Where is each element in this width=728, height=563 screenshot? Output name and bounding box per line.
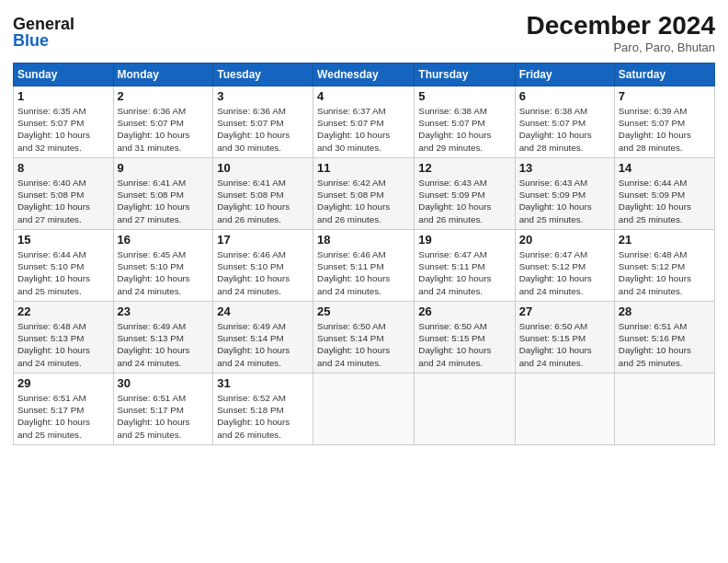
table-cell: 22Sunrise: 6:48 AMSunset: 5:13 PMDayligh… xyxy=(14,302,114,373)
table-cell: 3Sunrise: 6:36 AMSunset: 5:07 PMDaylight… xyxy=(213,86,313,158)
day-number: 25 xyxy=(317,304,410,318)
table-cell: 11Sunrise: 6:42 AMSunset: 5:08 PMDayligh… xyxy=(313,158,415,230)
day-info: Sunrise: 6:38 AMSunset: 5:07 PMDaylight:… xyxy=(519,105,610,154)
month-title: December 2024 xyxy=(527,11,715,40)
table-cell: 12Sunrise: 6:43 AMSunset: 5:09 PMDayligh… xyxy=(415,158,515,230)
table-cell: 10Sunrise: 6:41 AMSunset: 5:08 PMDayligh… xyxy=(213,158,313,230)
day-number: 18 xyxy=(317,233,410,247)
location: Paro, Paro, Bhutan xyxy=(527,40,715,54)
day-info: Sunrise: 6:35 AMSunset: 5:07 PMDaylight:… xyxy=(17,105,109,154)
table-cell: 26Sunrise: 6:50 AMSunset: 5:15 PMDayligh… xyxy=(415,302,515,373)
table-cell: 30Sunrise: 6:51 AMSunset: 5:17 PMDayligh… xyxy=(113,373,213,445)
table-cell: 27Sunrise: 6:50 AMSunset: 5:15 PMDayligh… xyxy=(515,302,614,373)
day-info: Sunrise: 6:51 AMSunset: 5:17 PMDaylight:… xyxy=(17,392,109,441)
day-info: Sunrise: 6:46 AMSunset: 5:10 PMDaylight:… xyxy=(217,248,309,297)
table-cell xyxy=(415,373,515,445)
day-number: 5 xyxy=(418,89,510,103)
week-row-1: 1Sunrise: 6:35 AMSunset: 5:07 PMDaylight… xyxy=(14,86,715,158)
table-cell: 21Sunrise: 6:48 AMSunset: 5:12 PMDayligh… xyxy=(614,230,714,302)
day-info: Sunrise: 6:49 AMSunset: 5:14 PMDaylight:… xyxy=(217,320,309,369)
week-row-3: 15Sunrise: 6:44 AMSunset: 5:10 PMDayligh… xyxy=(14,230,715,302)
day-info: Sunrise: 6:40 AMSunset: 5:08 PMDaylight:… xyxy=(17,177,109,225)
table-cell xyxy=(515,373,614,445)
table-cell: 9Sunrise: 6:41 AMSunset: 5:08 PMDaylight… xyxy=(113,158,213,230)
day-info: Sunrise: 6:37 AMSunset: 5:07 PMDaylight:… xyxy=(317,105,410,154)
table-cell: 6Sunrise: 6:38 AMSunset: 5:07 PMDaylight… xyxy=(515,86,614,158)
day-number: 21 xyxy=(619,233,711,247)
col-friday: Friday xyxy=(515,63,614,86)
day-number: 3 xyxy=(217,89,309,103)
table-cell: 29Sunrise: 6:51 AMSunset: 5:17 PMDayligh… xyxy=(14,373,114,445)
day-info: Sunrise: 6:52 AMSunset: 5:18 PMDaylight:… xyxy=(217,392,309,441)
day-number: 10 xyxy=(217,161,309,175)
logo-text: General Blue xyxy=(13,11,114,55)
day-info: Sunrise: 6:50 AMSunset: 5:15 PMDaylight:… xyxy=(418,320,510,369)
week-row-2: 8Sunrise: 6:40 AMSunset: 5:08 PMDaylight… xyxy=(14,158,715,230)
day-info: Sunrise: 6:47 AMSunset: 5:11 PMDaylight:… xyxy=(418,248,510,297)
day-number: 6 xyxy=(519,89,610,103)
svg-text:General: General xyxy=(13,15,74,33)
logo: General Blue xyxy=(13,11,114,55)
day-number: 13 xyxy=(519,161,610,175)
col-tuesday: Tuesday xyxy=(213,63,313,86)
day-info: Sunrise: 6:48 AMSunset: 5:13 PMDaylight:… xyxy=(17,320,109,369)
week-row-5: 29Sunrise: 6:51 AMSunset: 5:17 PMDayligh… xyxy=(14,373,715,445)
table-cell: 17Sunrise: 6:46 AMSunset: 5:10 PMDayligh… xyxy=(213,230,313,302)
day-info: Sunrise: 6:50 AMSunset: 5:15 PMDaylight:… xyxy=(519,320,610,369)
day-info: Sunrise: 6:39 AMSunset: 5:07 PMDaylight:… xyxy=(619,105,711,154)
day-info: Sunrise: 6:51 AMSunset: 5:17 PMDaylight:… xyxy=(118,392,210,441)
table-cell: 31Sunrise: 6:52 AMSunset: 5:18 PMDayligh… xyxy=(213,373,313,445)
table-cell: 23Sunrise: 6:49 AMSunset: 5:13 PMDayligh… xyxy=(113,302,213,373)
day-number: 1 xyxy=(17,89,109,103)
day-info: Sunrise: 6:36 AMSunset: 5:07 PMDaylight:… xyxy=(217,105,309,154)
day-info: Sunrise: 6:51 AMSunset: 5:16 PMDaylight:… xyxy=(619,320,711,369)
day-info: Sunrise: 6:41 AMSunset: 5:08 PMDaylight:… xyxy=(118,177,210,225)
day-info: Sunrise: 6:41 AMSunset: 5:08 PMDaylight:… xyxy=(217,177,309,225)
table-cell: 2Sunrise: 6:36 AMSunset: 5:07 PMDaylight… xyxy=(113,86,213,158)
day-info: Sunrise: 6:43 AMSunset: 5:09 PMDaylight:… xyxy=(418,177,510,225)
day-number: 27 xyxy=(519,304,610,318)
day-info: Sunrise: 6:47 AMSunset: 5:12 PMDaylight:… xyxy=(519,248,610,297)
day-number: 29 xyxy=(17,376,109,390)
day-info: Sunrise: 6:38 AMSunset: 5:07 PMDaylight:… xyxy=(418,105,510,154)
week-row-4: 22Sunrise: 6:48 AMSunset: 5:13 PMDayligh… xyxy=(14,302,715,373)
day-number: 19 xyxy=(418,233,510,247)
header: General Blue December 2024 Paro, Paro, B… xyxy=(13,11,715,55)
table-cell: 4Sunrise: 6:37 AMSunset: 5:07 PMDaylight… xyxy=(313,86,415,158)
day-number: 31 xyxy=(217,376,309,390)
day-number: 14 xyxy=(619,161,711,175)
day-info: Sunrise: 6:50 AMSunset: 5:14 PMDaylight:… xyxy=(317,320,410,369)
day-number: 2 xyxy=(118,89,210,103)
svg-text:Blue: Blue xyxy=(13,31,49,50)
day-number: 23 xyxy=(118,304,210,318)
day-info: Sunrise: 6:46 AMSunset: 5:11 PMDaylight:… xyxy=(317,248,410,297)
table-cell: 8Sunrise: 6:40 AMSunset: 5:08 PMDaylight… xyxy=(14,158,114,230)
day-number: 28 xyxy=(619,304,711,318)
table-cell: 24Sunrise: 6:49 AMSunset: 5:14 PMDayligh… xyxy=(213,302,313,373)
day-info: Sunrise: 6:48 AMSunset: 5:12 PMDaylight:… xyxy=(619,248,711,297)
col-thursday: Thursday xyxy=(415,63,515,86)
col-wednesday: Wednesday xyxy=(313,63,415,86)
col-saturday: Saturday xyxy=(614,63,714,86)
day-number: 8 xyxy=(17,161,109,175)
day-number: 12 xyxy=(418,161,510,175)
day-number: 26 xyxy=(418,304,510,318)
table-cell: 14Sunrise: 6:44 AMSunset: 5:09 PMDayligh… xyxy=(614,158,714,230)
table-cell xyxy=(313,373,415,445)
col-sunday: Sunday xyxy=(14,63,114,86)
table-cell xyxy=(614,373,714,445)
calendar-container: General Blue December 2024 Paro, Paro, B… xyxy=(0,0,728,563)
day-number: 30 xyxy=(118,376,210,390)
day-number: 9 xyxy=(118,161,210,175)
day-info: Sunrise: 6:42 AMSunset: 5:08 PMDaylight:… xyxy=(317,177,410,225)
day-info: Sunrise: 6:49 AMSunset: 5:13 PMDaylight:… xyxy=(118,320,210,369)
day-number: 4 xyxy=(317,89,410,103)
table-cell: 15Sunrise: 6:44 AMSunset: 5:10 PMDayligh… xyxy=(14,230,114,302)
table-cell: 16Sunrise: 6:45 AMSunset: 5:10 PMDayligh… xyxy=(113,230,213,302)
day-number: 17 xyxy=(217,233,309,247)
table-cell: 18Sunrise: 6:46 AMSunset: 5:11 PMDayligh… xyxy=(313,230,415,302)
day-info: Sunrise: 6:45 AMSunset: 5:10 PMDaylight:… xyxy=(118,248,210,297)
table-cell: 19Sunrise: 6:47 AMSunset: 5:11 PMDayligh… xyxy=(415,230,515,302)
table-cell: 13Sunrise: 6:43 AMSunset: 5:09 PMDayligh… xyxy=(515,158,614,230)
day-number: 16 xyxy=(118,233,210,247)
